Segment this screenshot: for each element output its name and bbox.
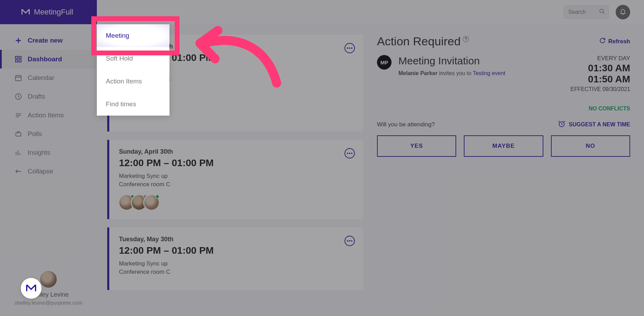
event-date: Tuesday, May 30th [119, 236, 353, 243]
suggest-time-button[interactable]: SUGGEST A NEW TIME [558, 120, 630, 129]
calendar-icon [15, 74, 22, 82]
sidebar-item-label: Dashboard [28, 55, 62, 63]
sidebar-item-polls[interactable]: Polls [0, 125, 97, 143]
svg-point-8 [347, 47, 348, 49]
invite-row: MP Meeting Invitation Melanie Parker inv… [377, 55, 630, 92]
svg-point-15 [349, 240, 350, 242]
attendee-avatar [143, 194, 160, 211]
svg-point-9 [349, 47, 350, 49]
svg-point-16 [351, 240, 352, 242]
action-required-column: Action Required ? Refresh MP Meeting Inv… [377, 35, 630, 316]
list-icon [15, 111, 22, 119]
search-icon [599, 8, 605, 16]
sidebar-item-dashboard[interactable]: Dashboard [0, 50, 97, 69]
notifications-button[interactable] [616, 5, 630, 19]
invite-event-link[interactable]: Testing event [473, 70, 505, 76]
event-more-button[interactable] [344, 236, 355, 246]
dropdown-item-soft-hold[interactable]: Soft Hold [97, 47, 169, 70]
event-room: Conference room C [119, 181, 353, 188]
polls-icon [15, 130, 22, 138]
no-conflicts-label: NO CONFLICTS [377, 106, 630, 112]
plus-icon [15, 37, 22, 44]
section-title: Action Required ? [377, 35, 469, 48]
insights-icon [15, 149, 22, 156]
attend-question: Will you be attending? [377, 121, 435, 128]
invite-verb: invites you to [439, 70, 471, 76]
svg-rect-3 [19, 60, 21, 62]
sidebar-item-insights[interactable]: Insights [0, 143, 97, 162]
attendee-avatars [122, 194, 353, 211]
nav-list: Create new Dashboard Calendar Drafts Act… [0, 24, 97, 181]
effective-date: EFFECTIVE 09/30/2021 [570, 86, 630, 92]
brand-bar: MeetingFull [0, 0, 97, 24]
alarm-icon [558, 120, 565, 129]
brand-logo-icon [21, 7, 30, 17]
dropdown-item-action-items[interactable]: Action Items [97, 70, 169, 93]
create-new-label: Create new [28, 37, 63, 44]
sidebar-item-action-items[interactable]: Action Items [0, 106, 97, 125]
status-dot-accepted-icon [155, 195, 159, 199]
arrow-left-icon [15, 168, 22, 175]
user-avatar [40, 271, 57, 288]
sidebar-item-label: Insights [28, 149, 50, 156]
main-content: Sunday, April 30th 12:00 PM – 01:00 PM M… [97, 24, 644, 316]
svg-rect-4 [16, 76, 21, 81]
maybe-button[interactable]: MAYBE [464, 135, 543, 157]
svg-rect-1 [19, 56, 21, 58]
event-title: Marketing Sync up [119, 260, 353, 267]
create-new-button[interactable]: Create new [0, 31, 97, 50]
svg-point-13 [351, 153, 352, 154]
invite-meta: EVERY DAY 01:30 AM 01:50 AM EFFECTIVE 09… [570, 55, 630, 92]
event-time: 12:00 PM – 01:00 PM [119, 245, 353, 256]
user-email: shelley.levine@purpome.com [0, 300, 97, 306]
refresh-button[interactable]: Refresh [599, 37, 630, 45]
recurrence-label: EVERY DAY [570, 55, 630, 62]
sidebar: MeetingFull Create new Dashboard Calenda… [0, 0, 97, 316]
bell-icon [619, 8, 626, 16]
svg-point-11 [347, 153, 348, 154]
brand-name: MeetingFull [34, 8, 73, 17]
sidebar-item-label: Calendar [28, 74, 54, 82]
event-card[interactable]: Tuesday, May 30th 12:00 PM – 01:00 PM Ma… [107, 227, 363, 290]
response-buttons: YES MAYBE NO [377, 135, 630, 157]
event-more-button[interactable] [344, 148, 355, 159]
floating-brand-badge[interactable] [21, 278, 42, 299]
event-room: Conference room C [119, 269, 353, 276]
action-card: MP Meeting Invitation Melanie Parker inv… [377, 55, 630, 157]
event-more-button[interactable] [344, 43, 355, 53]
search-wrap [564, 6, 609, 19]
inviter-name: Melanie Parker [398, 70, 438, 76]
attend-row: Will you be attending? SUGGEST A NEW TIM… [377, 120, 630, 129]
inviter-avatar-badge: MP [377, 55, 392, 70]
sidebar-item-label: Polls [28, 130, 42, 138]
topbar [97, 0, 644, 24]
refresh-icon [599, 37, 606, 45]
no-button[interactable]: NO [551, 135, 630, 157]
dropdown-item-find-times[interactable]: Find times [97, 93, 169, 116]
svg-point-12 [349, 153, 350, 154]
user-profile-block[interactable]: Shelley Levine shelley.levine@purpome.co… [0, 271, 97, 306]
sidebar-item-collapse[interactable]: Collapse [0, 162, 97, 181]
section-header: Action Required ? Refresh [377, 35, 630, 48]
event-title: Marketing Sync up [119, 173, 353, 180]
dashboard-icon [15, 55, 22, 63]
sidebar-item-drafts[interactable]: Drafts [0, 87, 97, 106]
dropdown-item-meeting[interactable]: Meeting [97, 24, 169, 47]
svg-rect-2 [16, 60, 18, 62]
start-time: 01:30 AM [570, 63, 630, 74]
sidebar-item-calendar[interactable]: Calendar [0, 69, 97, 87]
event-card[interactable]: Sunday, April 30th 12:00 PM – 01:00 PM M… [107, 140, 363, 219]
svg-point-10 [351, 47, 352, 49]
svg-rect-0 [16, 56, 18, 58]
svg-rect-6 [16, 133, 21, 136]
help-icon[interactable]: ? [463, 36, 469, 42]
refresh-label: Refresh [608, 38, 630, 45]
suggest-label: SUGGEST A NEW TIME [569, 121, 630, 128]
user-name: Shelley Levine [0, 291, 97, 298]
create-new-dropdown: Meeting Soft Hold Action Items Find time… [97, 24, 169, 116]
clock-icon [15, 93, 22, 100]
sidebar-item-label: Collapse [28, 168, 53, 175]
invite-title: Meeting Invitation [398, 55, 563, 67]
invite-text: Melanie Parker invites you to Testing ev… [398, 70, 563, 76]
yes-button[interactable]: YES [377, 135, 456, 157]
